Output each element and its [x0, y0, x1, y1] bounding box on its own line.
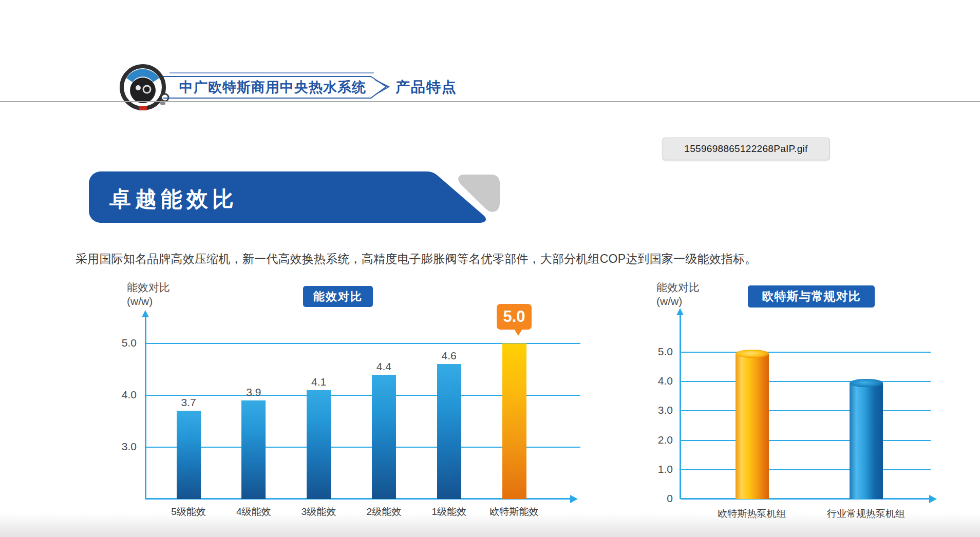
cylinder-bar — [736, 354, 769, 499]
bar-value-label: 4.1 — [304, 376, 334, 388]
section-description: 采用国际知名品牌高效压缩机，新一代高效换热系统，高精度电子膨胀阀等名优零部件，大… — [76, 251, 757, 267]
chart2-y-axis-title: 能效对比 (w/w) — [656, 280, 700, 308]
bar-highlight — [502, 343, 526, 499]
y-tick-label: 2.0 — [637, 434, 673, 446]
page-header: 中广欧特斯商用中央热水系统 产品特点 — [0, 0, 980, 103]
chart2-y-axis-title-line1: 能效对比 — [656, 280, 700, 294]
bar — [241, 400, 266, 499]
chart1-highlight-callout: 5.0 — [497, 304, 532, 330]
y-tick-label: 3.0 — [101, 440, 137, 453]
bar-value-label: 3.7 — [173, 396, 204, 409]
bar — [307, 390, 331, 499]
tab-product-features: 产品特点 — [395, 78, 457, 97]
cylinder-cap — [736, 350, 769, 358]
gridline — [681, 410, 931, 411]
bar-value-label: 3.9 — [238, 386, 269, 398]
section-title: 卓越能效比 — [109, 185, 238, 214]
bar — [372, 375, 396, 499]
y-tick-label: 5.0 — [101, 337, 137, 349]
brand-title: 中广欧特斯商用中央热水系统 — [179, 78, 366, 97]
cylinder-cap — [850, 379, 883, 387]
gridline — [681, 440, 931, 441]
bar — [437, 364, 461, 499]
bar — [177, 411, 201, 499]
chart1-title-badge: 能效对比 — [303, 286, 373, 307]
y-tick-label: 4.0 — [101, 389, 137, 401]
y-tick-label: 4.0 — [637, 375, 673, 387]
chart2-y-axis-title-line2: (w/w) — [656, 294, 700, 308]
header-divider — [0, 101, 980, 102]
bar-value-label: 4.4 — [368, 360, 399, 373]
category-label: 欧特斯能效 — [473, 505, 555, 519]
chart2-y-axis — [680, 314, 681, 499]
gridline — [681, 469, 931, 470]
category-label: 欧特斯热泵机组 — [711, 507, 793, 521]
category-label: 行业常规热泵机组 — [825, 507, 907, 521]
chart1-y-axis-title: 能效对比 (w/w) — [127, 280, 170, 308]
chart2-title-badge: 欧特斯与常规对比 — [748, 285, 875, 308]
chart1-y-axis-title-line1: 能效对比 — [127, 280, 170, 294]
chart2-x-axis-arrow — [929, 495, 937, 503]
gridline — [681, 352, 931, 353]
y-tick-label: 3.0 — [637, 404, 673, 416]
chart2-x-axis — [681, 498, 931, 500]
y-tick-label: 5.0 — [637, 346, 673, 358]
cylinder-bar — [850, 383, 883, 499]
y-tick-label: 0 — [637, 492, 673, 505]
chart1-y-axis-title-line2: (w/w) — [127, 294, 170, 308]
y-tick-label: 1.0 — [637, 463, 673, 475]
gridline — [681, 381, 931, 382]
chart1-x-axis-arrow — [570, 495, 578, 503]
filename-tooltip: 1559698865122268PaIP.gif — [663, 138, 830, 160]
bar-value-label: 4.6 — [434, 350, 464, 362]
